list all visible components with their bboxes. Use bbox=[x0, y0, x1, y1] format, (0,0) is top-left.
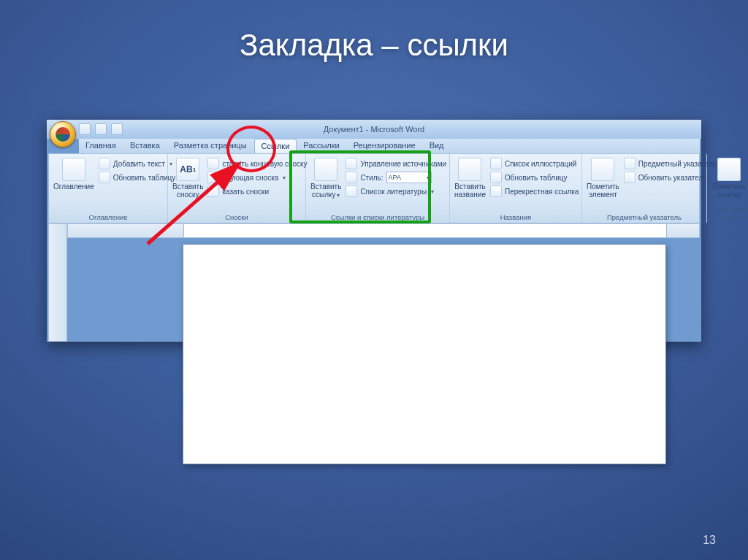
group-index: Пометить элемент Предметный указатель Об… bbox=[582, 154, 707, 223]
mark-entry-icon bbox=[591, 158, 614, 181]
manage-sources-label: Управление источниками bbox=[360, 160, 446, 168]
tab-review[interactable]: Рецензирование bbox=[347, 139, 423, 153]
horizontal-ruler[interactable] bbox=[67, 223, 700, 238]
group-authorities: Пометить ссылку Таблица ссылок bbox=[707, 154, 748, 223]
insert-index-label: Предметный указатель bbox=[638, 160, 717, 168]
show-notes-button[interactable]: казать сноски bbox=[207, 185, 307, 197]
mark-entry-button[interactable]: Пометить элемент bbox=[587, 156, 619, 199]
insert-footnote-label: Вставить сноску bbox=[172, 183, 203, 199]
mark-entry-label: Пометить элемент bbox=[587, 183, 619, 199]
tab-references[interactable]: Ссылки bbox=[254, 139, 297, 153]
next-footnote-icon bbox=[207, 172, 219, 183]
style-selector[interactable]: Стиль: APA bbox=[346, 172, 446, 183]
insert-index-icon bbox=[624, 158, 636, 169]
toc-icon bbox=[62, 158, 85, 181]
insert-index-button[interactable]: Предметный указатель bbox=[624, 158, 717, 169]
page-number: 13 bbox=[703, 534, 716, 547]
figures-icon bbox=[490, 158, 502, 169]
style-label-text: Стиль: bbox=[360, 174, 383, 182]
insert-citation-button[interactable]: Вставить ссылку bbox=[310, 156, 341, 199]
group-toc-label: Оглавление bbox=[53, 213, 163, 223]
tab-insert[interactable]: Вставка bbox=[123, 139, 167, 153]
crossref-icon bbox=[490, 185, 502, 197]
sources-icon bbox=[346, 158, 357, 169]
next-footnote-button[interactable]: едующая сноска bbox=[207, 172, 307, 183]
figures-list-button[interactable]: Список иллюстраций bbox=[490, 158, 579, 169]
mark-citation-button[interactable]: Пометить ссылку bbox=[711, 156, 747, 199]
ribbon: Оглавление Добавить текст Обновить табли… bbox=[48, 153, 700, 223]
citation-icon bbox=[314, 158, 337, 181]
insert-footnote-button[interactable]: AB1 Вставить сноску bbox=[172, 156, 203, 199]
insert-citation-label: Вставить ссылку bbox=[310, 183, 341, 199]
bibliography-icon bbox=[346, 185, 357, 197]
tab-home[interactable]: Главная bbox=[79, 139, 123, 153]
show-notes-icon bbox=[207, 185, 219, 197]
document-page[interactable] bbox=[183, 244, 666, 464]
style-value-field[interactable]: APA bbox=[386, 172, 432, 183]
save-icon[interactable] bbox=[79, 123, 91, 135]
ab-label: AB bbox=[180, 166, 192, 174]
redo-icon[interactable] bbox=[111, 123, 123, 135]
bibliography-label: Список литературы bbox=[360, 188, 427, 196]
slide-title: Закладка – ссылки bbox=[0, 0, 748, 63]
update-toc-button[interactable]: Обновить таблицу bbox=[99, 172, 176, 183]
group-citations: Вставить ссылку Управление источниками С… bbox=[306, 154, 450, 223]
style-icon bbox=[346, 172, 357, 183]
cross-ref-button[interactable]: Перекрестная ссылка bbox=[490, 185, 579, 197]
group-authorities-label: Таблица ссылок bbox=[711, 205, 747, 223]
show-notes-label: казать сноски bbox=[222, 188, 269, 196]
insert-endnote-button[interactable]: ставить концевую сноску bbox=[207, 158, 307, 169]
ribbon-tabs: Главная Вставка Разметка страницы Ссылки… bbox=[79, 139, 700, 153]
group-citations-label: Ссылки и списки литературы bbox=[310, 213, 445, 223]
insert-caption-label: Вставить название bbox=[454, 183, 486, 199]
group-captions-label: Названия bbox=[454, 213, 577, 223]
add-text-label: Добавить текст bbox=[113, 160, 165, 168]
office-button[interactable] bbox=[50, 121, 76, 147]
tab-view[interactable]: Вид bbox=[423, 139, 451, 153]
tab-mailings[interactable]: Рассылки bbox=[297, 139, 346, 153]
next-footnote-label: едующая сноска bbox=[222, 174, 278, 182]
tab-page-layout[interactable]: Разметка страницы bbox=[167, 139, 254, 153]
title-bar: Документ1 - Microsoft Word bbox=[47, 120, 701, 139]
bibliography-button[interactable]: Список литературы bbox=[346, 185, 446, 197]
word-window: Документ1 - Microsoft Word Главная Встав… bbox=[47, 120, 701, 342]
undo-icon[interactable] bbox=[95, 123, 107, 135]
caption-icon bbox=[458, 158, 481, 181]
manage-sources-button[interactable]: Управление источниками bbox=[346, 158, 446, 169]
figures-list-label: Список иллюстраций bbox=[505, 160, 576, 168]
update-cap-icon bbox=[490, 172, 502, 183]
update-index-icon bbox=[624, 172, 636, 183]
add-text-button[interactable]: Добавить текст bbox=[99, 158, 176, 169]
mark-citation-icon bbox=[717, 158, 741, 181]
update-index-button[interactable]: Обновить указатель bbox=[624, 172, 717, 183]
group-footnotes-label: Сноски bbox=[172, 213, 301, 223]
update-captions-button[interactable]: Обновить таблицу bbox=[490, 172, 579, 183]
insert-endnote-label: ставить концевую сноску bbox=[222, 160, 307, 168]
group-footnotes: AB1 Вставить сноску ставить концевую сно… bbox=[168, 154, 306, 223]
document-title: Документ1 - Microsoft Word bbox=[47, 120, 701, 139]
update-toc-label: Обновить таблицу bbox=[113, 174, 176, 182]
cross-ref-label: Перекрестная ссылка bbox=[505, 188, 579, 196]
group-index-label: Предметный указатель bbox=[587, 213, 702, 223]
add-text-icon bbox=[99, 158, 110, 169]
footnote-icon: AB1 bbox=[176, 158, 199, 181]
quick-access-toolbar bbox=[79, 123, 123, 136]
document-canvas[interactable] bbox=[67, 238, 700, 340]
mark-citation-label: Пометить ссылку bbox=[711, 183, 747, 199]
group-toc: Оглавление Добавить текст Обновить табли… bbox=[49, 154, 168, 223]
vertical-ruler[interactable] bbox=[48, 223, 67, 342]
update-toc-icon bbox=[99, 172, 110, 183]
endnote-icon bbox=[207, 158, 219, 169]
insert-caption-button[interactable]: Вставить название bbox=[454, 156, 486, 199]
update-index-label: Обновить указатель bbox=[638, 174, 707, 182]
group-captions: Вставить название Список иллюстраций Обн… bbox=[450, 154, 582, 223]
update-captions-label: Обновить таблицу bbox=[505, 174, 568, 182]
toc-button[interactable]: Оглавление bbox=[53, 156, 94, 191]
toc-button-label: Оглавление bbox=[53, 183, 94, 191]
